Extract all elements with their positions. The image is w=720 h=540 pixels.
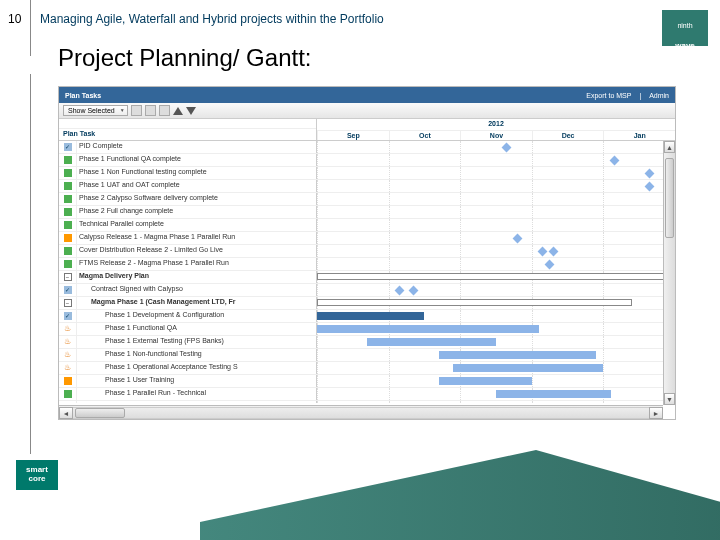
admin-link[interactable]: Admin [649, 92, 669, 99]
view-selector[interactable]: Show Selected [63, 105, 128, 116]
table-row[interactable]: Phase 1 UAT and OAT complete [59, 180, 675, 193]
task-name[interactable]: Phase 1 UG [77, 401, 317, 403]
task-name[interactable]: Phase 2 Calypso Software delivery comple… [77, 193, 317, 205]
task-name[interactable]: Magma Phase 1 (Cash Management LTD, Fr [77, 297, 317, 309]
status-square-icon [64, 195, 72, 203]
gantt-cell [317, 310, 675, 322]
table-row[interactable]: Phase 1 Non Functional testing complete [59, 167, 675, 180]
task-name[interactable]: Phase 1 UAT and OAT complete [77, 180, 317, 192]
table-row[interactable]: Phase 1 UG [59, 401, 675, 403]
status-square-icon [64, 182, 72, 190]
table-row[interactable]: Calypso Release 1 - Magma Phase 1 Parall… [59, 232, 675, 245]
toolbar: Show Selected [59, 103, 675, 119]
slide-title: Project Planning/ Gantt: [58, 44, 311, 72]
gantt-bar[interactable] [317, 273, 675, 280]
scroll-down-icon[interactable]: ▼ [664, 393, 675, 405]
table-row[interactable]: Phase 2 Full change complete [59, 206, 675, 219]
gantt-app: Plan Tasks Export to MSP | Admin Show Se… [58, 86, 676, 420]
page-number: 10 [8, 12, 21, 26]
status-icon-cell: ✓ [59, 141, 77, 153]
table-row[interactable]: Technical Parallel complete [59, 219, 675, 232]
check-icon: ✓ [64, 312, 72, 320]
table-row[interactable]: ✓PID Complete [59, 141, 675, 154]
app-header: Plan Tasks Export to MSP | Admin [59, 87, 675, 103]
gantt-bar[interactable] [439, 377, 532, 385]
task-name[interactable]: Phase 1 Non Functional testing complete [77, 167, 317, 179]
table-row[interactable]: −Magma Delivery Plan [59, 271, 675, 284]
gantt-bar[interactable] [367, 338, 496, 346]
divider-top [30, 0, 31, 56]
status-icon-cell [59, 245, 77, 257]
month-header: Dec [532, 131, 604, 141]
task-name[interactable]: Phase 1 User Training [77, 375, 317, 387]
status-icon-cell [59, 167, 77, 179]
table-row[interactable]: ✓Contract Signed with Calypso [59, 284, 675, 297]
table-row[interactable]: FTMS Release 2 - Magma Phase 1 Parallel … [59, 258, 675, 271]
task-column-header: Plan Task [59, 129, 316, 140]
table-row[interactable]: Cover Distribution Release 2 - Limited G… [59, 245, 675, 258]
gantt-cell [317, 362, 675, 374]
gantt-bar[interactable] [317, 325, 539, 333]
task-name[interactable]: Technical Parallel complete [77, 219, 317, 231]
gantt-cell [317, 180, 675, 192]
month-header: Oct [389, 131, 461, 141]
task-name[interactable]: Phase 1 Functional QA complete [77, 154, 317, 166]
task-name[interactable]: Calypso Release 1 - Magma Phase 1 Parall… [77, 232, 317, 244]
table-row[interactable]: −Magma Phase 1 (Cash Management LTD, Fr [59, 297, 675, 310]
status-icon-cell: ✓ [59, 284, 77, 296]
move-down-icon[interactable] [186, 107, 196, 115]
h-scroll-thumb[interactable] [75, 408, 125, 418]
task-name[interactable]: Contract Signed with Calypso [77, 284, 317, 296]
table-row[interactable]: ♨Phase 1 External Testing (FPS Banks) [59, 336, 675, 349]
table-row[interactable]: ♨Phase 1 Operational Acceptance Testing … [59, 362, 675, 375]
task-name[interactable]: Phase 1 Parallel Run - Technical [77, 388, 317, 400]
horizontal-scrollbar[interactable]: ◄ ► [59, 405, 663, 419]
task-name[interactable]: Phase 1 Development & Configuration [77, 310, 317, 322]
collapse-icon[interactable]: − [64, 299, 72, 307]
status-square-icon [64, 260, 72, 268]
table-row[interactable]: ♨Phase 1 Functional QA [59, 323, 675, 336]
task-name[interactable]: Phase 1 External Testing (FPS Banks) [77, 336, 317, 348]
gantt-cell [317, 271, 675, 283]
task-name[interactable]: FTMS Release 2 - Magma Phase 1 Parallel … [77, 258, 317, 270]
gantt-bar[interactable] [317, 312, 424, 320]
flame-icon: ♨ [64, 364, 72, 372]
task-name[interactable]: Phase 1 Operational Acceptance Testing S [77, 362, 317, 374]
scroll-left-icon[interactable]: ◄ [59, 407, 73, 419]
v-scroll-thumb[interactable] [665, 158, 674, 238]
toolbar-icon-3[interactable] [159, 105, 170, 116]
status-icon-cell: ♨ [59, 336, 77, 348]
gantt-bar[interactable] [496, 390, 611, 398]
gantt-cell [317, 297, 675, 309]
gantt-cell [317, 258, 675, 270]
gantt-bar[interactable] [453, 364, 603, 372]
status-icon-cell [59, 206, 77, 218]
status-icon-cell [59, 219, 77, 231]
toolbar-icon-2[interactable] [145, 105, 156, 116]
v-scroll-track[interactable] [664, 154, 675, 392]
collapse-icon[interactable]: − [64, 273, 72, 281]
toolbar-icon-1[interactable] [131, 105, 142, 116]
table-row[interactable]: ✓Phase 1 Development & Configuration [59, 310, 675, 323]
scroll-up-icon[interactable]: ▲ [664, 141, 675, 153]
table-row[interactable]: ♨Phase 1 Non-functional Testing [59, 349, 675, 362]
gantt-bar[interactable] [439, 351, 597, 359]
table-row[interactable]: Phase 1 Functional QA complete [59, 154, 675, 167]
vertical-scrollbar[interactable]: ▲ ▼ [663, 141, 675, 405]
move-up-icon[interactable] [173, 107, 183, 115]
export-link[interactable]: Export to MSP [586, 92, 631, 99]
task-name[interactable]: Phase 1 Non-functional Testing [77, 349, 317, 361]
gantt-bar[interactable] [317, 299, 632, 306]
gantt-cell [317, 401, 675, 403]
slide-subtitle: Managing Agile, Waterfall and Hybrid pro… [40, 12, 384, 26]
table-row[interactable]: Phase 1 User Training [59, 375, 675, 388]
task-name[interactable]: Phase 1 Functional QA [77, 323, 317, 335]
task-name[interactable]: Phase 2 Full change complete [77, 206, 317, 218]
table-row[interactable]: Phase 1 Parallel Run - Technical [59, 388, 675, 401]
h-scroll-track[interactable] [73, 407, 649, 419]
task-name[interactable]: PID Complete [77, 141, 317, 153]
table-row[interactable]: Phase 2 Calypso Software delivery comple… [59, 193, 675, 206]
task-name[interactable]: Magma Delivery Plan [77, 271, 317, 283]
scroll-right-icon[interactable]: ► [649, 407, 663, 419]
task-name[interactable]: Cover Distribution Release 2 - Limited G… [77, 245, 317, 257]
